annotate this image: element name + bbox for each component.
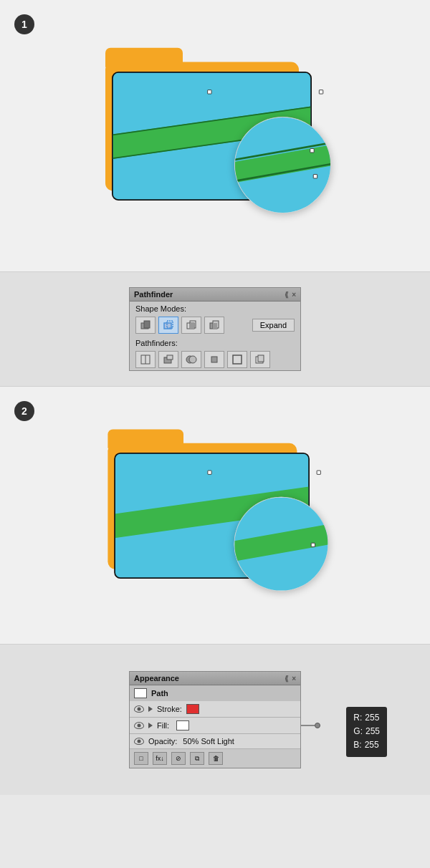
folder-tab-2 <box>108 429 183 448</box>
fill-eye-icon[interactable] <box>134 722 144 729</box>
pathfinder-title: Pathfinder <box>134 290 173 299</box>
svg-rect-1 <box>144 321 150 328</box>
pathfinder-panel: Pathfinder ⟪ × Shape Modes: Ex <box>129 287 301 371</box>
step-badge-1: 1 <box>14 14 34 34</box>
pathfinders-row <box>130 349 300 370</box>
titlebar-controls: ⟪ × <box>285 291 296 299</box>
b-label: B: <box>353 738 361 752</box>
shape-modes-label: Shape Modes: <box>130 302 300 314</box>
outline-btn[interactable] <box>227 351 247 368</box>
b-value: 255 <box>365 738 379 752</box>
trim-btn[interactable] <box>158 351 178 368</box>
anchor-top-right-2 <box>317 470 321 474</box>
merge-btn[interactable] <box>181 351 201 368</box>
section-1: 1 <box>0 0 430 272</box>
conn-dot <box>315 723 320 728</box>
stroke-expand-icon[interactable] <box>148 706 153 712</box>
fill-color-swatch[interactable] <box>176 720 189 730</box>
opacity-label: Opacity: <box>148 737 177 746</box>
g-value: 255 <box>366 725 380 738</box>
folder-illustration-2 <box>108 427 322 603</box>
zoom-anchor-3 <box>311 542 315 546</box>
appearance-title: Appearance <box>134 674 179 683</box>
appearance-titlebar: Appearance ⟪ × <box>130 672 300 685</box>
svg-rect-6 <box>190 323 194 329</box>
g-label: G: <box>353 725 363 738</box>
appearance-section: Appearance ⟪ × Path Stroke: <box>0 645 430 795</box>
zoom-circle-1 <box>234 117 331 213</box>
minus-back-btn[interactable] <box>250 351 270 368</box>
pathfinder-titlebar: Pathfinder ⟪ × <box>130 288 300 302</box>
path-swatch <box>134 688 147 698</box>
appearance-panel: Appearance ⟪ × Path Stroke: <box>129 671 301 768</box>
no-icon-btn[interactable]: ⊘ <box>171 752 186 765</box>
anchor-top-right-1 <box>319 90 323 94</box>
conn-line <box>300 725 315 726</box>
r-line: R: 255 <box>353 711 380 725</box>
step-badge-2: 2 <box>14 401 34 421</box>
opacity-eye-icon[interactable] <box>134 738 144 745</box>
square-icon-btn[interactable]: □ <box>134 752 148 765</box>
appearance-toolbar: □ fx↓ ⊘ ⧉ 🗑 <box>130 749 300 768</box>
anchor-top-left-1 <box>207 90 211 94</box>
path-header-row: Path <box>130 685 300 701</box>
opacity-value: 50% Soft Light <box>183 737 234 746</box>
arrows-icon-appearance: ⟪ <box>285 675 289 683</box>
pathfinders-label: Pathfinders: <box>130 336 300 349</box>
zoom-circle-2 <box>234 496 328 591</box>
pathfinder-section: Pathfinder ⟪ × Shape Modes: Ex <box>0 272 430 387</box>
fill-connector <box>300 723 320 728</box>
appearance-wrapper: Appearance ⟪ × Path Stroke: <box>129 671 301 768</box>
svg-rect-9 <box>213 323 217 329</box>
fill-label: Fill: <box>157 721 169 730</box>
stroke-color-swatch[interactable] <box>186 704 199 714</box>
zoom-anchor-2 <box>313 174 317 178</box>
zoom-inner-1 <box>235 117 330 212</box>
zoom-inner-2 <box>234 497 328 590</box>
shape-modes-row: Expand <box>130 314 300 336</box>
b-line: B: 255 <box>353 738 380 752</box>
exclude-btn[interactable] <box>204 317 224 334</box>
rgb-tooltip: R: 255 G: 255 B: 255 <box>346 707 387 757</box>
delete-btn[interactable]: 🗑 <box>209 752 223 765</box>
expand-button[interactable]: Expand <box>252 319 295 332</box>
fill-row: Fill: <box>130 718 300 734</box>
svg-rect-16 <box>211 357 217 362</box>
path-label: Path <box>151 689 168 698</box>
stroke-label: Stroke: <box>157 705 182 713</box>
r-value: 255 <box>365 711 379 725</box>
g-line: G: 255 <box>353 725 380 738</box>
fx-btn[interactable]: fx↓ <box>153 752 167 765</box>
appearance-titlebar-controls: ⟪ × <box>285 675 296 683</box>
svg-rect-19 <box>258 355 264 362</box>
folder-illustration-1 <box>105 46 325 226</box>
section-2: 2 <box>0 387 430 645</box>
opacity-row: Opacity: 50% Soft Light <box>130 734 300 749</box>
minus-front-btn[interactable] <box>158 317 178 334</box>
stroke-row: Stroke: <box>130 701 300 718</box>
zoom-green-stripe-2 <box>234 521 328 562</box>
intersect-btn[interactable] <box>181 317 201 334</box>
fill-expand-icon[interactable] <box>148 723 153 728</box>
unite-btn[interactable] <box>135 317 156 334</box>
stroke-eye-icon[interactable] <box>134 705 144 713</box>
crop-btn[interactable] <box>204 351 224 368</box>
close-icon[interactable]: × <box>292 291 296 299</box>
divide-btn[interactable] <box>135 351 156 368</box>
svg-rect-13 <box>167 355 173 360</box>
arrows-icon: ⟪ <box>285 291 289 299</box>
r-label: R: <box>353 711 362 725</box>
svg-rect-17 <box>233 355 242 364</box>
anchor-top-left-2 <box>207 470 211 474</box>
close-icon-appearance[interactable]: × <box>292 675 296 683</box>
zoom-anchor-1 <box>310 148 314 153</box>
duplicate-btn[interactable]: ⧉ <box>190 752 204 765</box>
folder-tab-1 <box>105 47 183 67</box>
svg-point-15 <box>189 356 196 363</box>
